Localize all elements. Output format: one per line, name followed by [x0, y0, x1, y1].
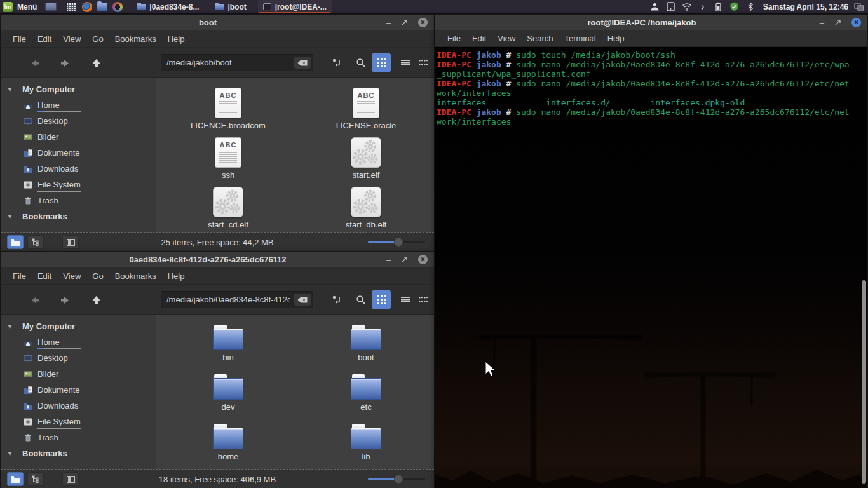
- file-item[interactable]: boot: [302, 325, 430, 370]
- menu-button[interactable]: Menü: [17, 3, 37, 11]
- sidebar-item-downloads[interactable]: Downloads: [1, 398, 156, 414]
- forward-button[interactable]: [57, 294, 72, 306]
- file-item[interactable]: ABCLICENSE.oracle: [302, 88, 430, 133]
- zoom-slider-thumb[interactable]: [394, 475, 403, 484]
- sidebar-item-file-system[interactable]: File System: [1, 177, 156, 193]
- titlebar[interactable]: root@IDEA-PC /home/jakob – ✕: [435, 15, 867, 30]
- sidebar-item-dokumente[interactable]: Dokumente: [1, 145, 156, 161]
- icon-view-button[interactable]: [372, 53, 391, 72]
- zoom-slider-thumb[interactable]: [394, 238, 403, 247]
- terminal-scrollbar[interactable]: [862, 280, 866, 484]
- back-button[interactable]: [28, 294, 43, 306]
- clear-path-button[interactable]: [294, 57, 311, 69]
- mint-menu-icon[interactable]: lm: [3, 2, 13, 12]
- sidebar-item-downloads[interactable]: Downloads: [1, 161, 156, 177]
- menu-item-help[interactable]: Help: [162, 30, 191, 47]
- list-view-button[interactable]: [396, 290, 415, 309]
- sidebar-item-dokumente[interactable]: Dokumente: [1, 382, 156, 398]
- bluetooth-tray-icon[interactable]: [745, 2, 756, 12]
- taskbar-item[interactable]: |root@IDEA-...: [258, 0, 332, 13]
- menu-item-go[interactable]: Go: [86, 268, 109, 284]
- maximize-button[interactable]: [834, 17, 841, 29]
- zoom-slider[interactable]: [368, 478, 425, 480]
- file-item[interactable]: start_db.elf: [302, 187, 430, 233]
- compact-view-button[interactable]: [414, 290, 433, 309]
- maximize-button[interactable]: [401, 254, 408, 266]
- menu-item-bookmarks[interactable]: Bookmarks: [109, 268, 162, 284]
- menu-item-edit[interactable]: Edit: [32, 268, 57, 284]
- menu-item-edit[interactable]: Edit: [32, 30, 57, 47]
- files-launcher[interactable]: [97, 1, 107, 12]
- search-icon[interactable]: [354, 56, 368, 70]
- taskbar-item[interactable]: |boot: [210, 0, 251, 13]
- file-item[interactable]: start.elf: [302, 137, 430, 183]
- terminal-screen[interactable]: IDEA-PC jakob # sudo touch /media/jakob/…: [435, 47, 867, 488]
- sidebar-item-trash[interactable]: Trash: [1, 430, 156, 445]
- clear-path-button[interactable]: [294, 294, 311, 306]
- file-item[interactable]: start_cd.elf: [165, 187, 292, 233]
- menu-item-edit[interactable]: Edit: [466, 30, 492, 46]
- maximize-button[interactable]: [401, 17, 408, 29]
- menu-item-help[interactable]: Help: [602, 30, 630, 46]
- workspace-switcher-icon[interactable]: [854, 2, 864, 12]
- sidebar-section-bookmarks[interactable]: ▾Bookmarks: [1, 208, 156, 224]
- menu-item-file[interactable]: File: [7, 30, 32, 47]
- shield-updates-tray-icon[interactable]: [729, 2, 740, 12]
- sidebar-section-my-computer[interactable]: ▾My Computer: [1, 318, 156, 334]
- taskbar-item[interactable]: |0aed834e-8...: [132, 0, 204, 13]
- show-desktop-button[interactable]: [45, 3, 57, 11]
- device-tray-icon[interactable]: [666, 2, 676, 12]
- file-item[interactable]: etc: [302, 374, 430, 420]
- icon-view-button[interactable]: [372, 290, 391, 309]
- search-icon[interactable]: [354, 293, 368, 307]
- forward-button[interactable]: [57, 57, 72, 69]
- file-view[interactable]: ABCLICENCE.broadcomABCLICENSE.oracleABCs…: [156, 78, 434, 232]
- sidebar-item-desktop[interactable]: Desktop: [1, 113, 156, 129]
- menu-item-view[interactable]: View: [57, 30, 86, 47]
- up-button[interactable]: [88, 57, 104, 69]
- minimize-button[interactable]: –: [386, 257, 391, 263]
- menu-item-view[interactable]: View: [57, 268, 86, 284]
- sidebar-item-file-system[interactable]: File System: [1, 414, 156, 430]
- menu-item-help[interactable]: Help: [162, 268, 191, 284]
- titlebar[interactable]: boot – ✕: [1, 15, 434, 30]
- sidebar-item-bilder[interactable]: Bilder: [1, 129, 156, 145]
- jump-location-icon[interactable]: [330, 293, 344, 307]
- sidebar-item-home[interactable]: Home: [1, 97, 156, 113]
- zoom-slider[interactable]: [368, 241, 425, 243]
- minimize-button[interactable]: –: [386, 20, 391, 26]
- file-item[interactable]: bin: [165, 325, 292, 370]
- back-button[interactable]: [28, 57, 43, 69]
- titlebar[interactable]: 0aed834e-8c8f-412d-a276-a265dc676112 – ✕: [1, 252, 434, 268]
- clock[interactable]: Samstag April 15, 12:46: [763, 3, 848, 11]
- sidebar-section-bookmarks[interactable]: ▾Bookmarks: [1, 445, 156, 461]
- file-item[interactable]: ABCssh: [165, 137, 292, 183]
- file-item[interactable]: lib: [302, 424, 430, 470]
- battery-tray-icon[interactable]: [714, 2, 724, 12]
- sidebar-item-bilder[interactable]: Bilder: [1, 366, 156, 382]
- close-button[interactable]: ✕: [851, 18, 861, 27]
- sidebar-item-desktop[interactable]: Desktop: [1, 350, 156, 366]
- menu-item-go[interactable]: Go: [86, 30, 109, 47]
- media-launcher[interactable]: [112, 1, 123, 12]
- close-button[interactable]: ✕: [418, 18, 428, 27]
- close-button[interactable]: ✕: [418, 255, 428, 264]
- file-item[interactable]: home: [165, 424, 292, 470]
- sidebar-item-trash[interactable]: Trash: [1, 193, 156, 208]
- menu-item-bookmarks[interactable]: Bookmarks: [109, 30, 162, 47]
- menu-item-view[interactable]: View: [492, 30, 521, 46]
- calculator-launcher[interactable]: [66, 1, 77, 12]
- menu-item-file[interactable]: File: [442, 30, 466, 46]
- sidebar-item-home[interactable]: Home: [1, 334, 156, 350]
- file-view[interactable]: binbootdevetchomelib: [156, 315, 434, 469]
- firefox-launcher[interactable]: [81, 1, 92, 12]
- list-view-button[interactable]: [396, 53, 415, 72]
- up-button[interactable]: [88, 294, 104, 306]
- menu-item-terminal[interactable]: Terminal: [559, 30, 602, 46]
- path-input[interactable]: [166, 292, 290, 308]
- menu-item-file[interactable]: File: [7, 268, 32, 284]
- sound-tray-icon[interactable]: ♪: [698, 2, 708, 12]
- wifi-tray-icon[interactable]: [682, 2, 692, 12]
- file-item[interactable]: dev: [165, 374, 292, 420]
- compact-view-button[interactable]: [414, 53, 433, 72]
